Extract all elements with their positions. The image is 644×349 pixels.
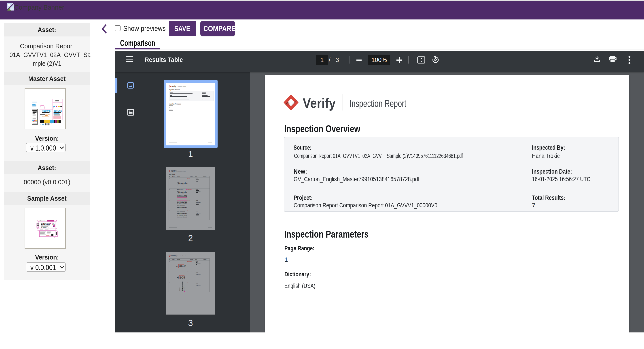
svg-text:Comment: Comment (204, 176, 206, 177)
svg-text:Result Type: Result Type (190, 259, 193, 260)
svg-text:Word:: Word: (196, 211, 198, 212)
svg-text:Inspection Report: Inspection Report (178, 86, 186, 87)
svg-text:Inspection Report: Inspection Report (177, 255, 186, 257)
svg-text:Word:: Word: (196, 283, 198, 284)
svg-text:Alphanumeric: Alphanumeric (188, 261, 192, 262)
svg-text:a,: a, (176, 265, 178, 268)
svg-text:2: 2 (173, 189, 173, 190)
svg-text:Quality Control Solution: Quality Control Solution (177, 194, 185, 194)
svg-text:Quality Control Solution: Quality Control Solution (41, 225, 50, 226)
svg-text:Biltomucin :: Biltomucin : (181, 281, 183, 291)
svg-text:5: 5 (169, 261, 170, 262)
svg-text:Suggestions:: Suggestions: (196, 191, 201, 192)
svg-text:Biltomucin :: Biltomucin : (177, 182, 188, 184)
svg-text:Proportional: Proportional (188, 189, 192, 190)
svg-text:Suggestions:: Suggestions: (196, 274, 201, 275)
svg-text:Suggestions:: Suggestions: (196, 181, 201, 181)
svg-text:Alphanumeric: Alphanumeric (188, 272, 192, 272)
svg-text:Verify: Verify (171, 170, 176, 172)
svg-text:########: ######## (179, 287, 180, 291)
svg-text:General: General (188, 210, 190, 211)
svg-text:Word:: Word: (196, 179, 198, 179)
svg-text:Inspection Parameters: Inspection Parameters (169, 103, 181, 105)
svg-text:1: 1 (185, 265, 186, 268)
svg-text:ID: ID (169, 176, 170, 177)
svg-text:Spell Check: Spell Check (168, 173, 175, 175)
svg-text:Word:: Word: (196, 261, 198, 262)
svg-text:GLOBALVISION: GLOBALVISION (177, 215, 187, 216)
svg-text:20 Tablets: 20 Tablets (177, 195, 183, 196)
svg-text:Biltomucin 6.3 mg: Biltomucin 6.3 mg (177, 189, 186, 190)
svg-text:Page #: Page # (172, 259, 175, 260)
svg-text:Thumbnail: Thumbnail (177, 176, 180, 177)
svg-text:4: 4 (173, 210, 173, 211)
svg-text:Details: Details (195, 176, 197, 177)
svg-text:ID: ID (169, 259, 170, 260)
svg-text:Suggestions:: Suggestions: (196, 285, 201, 286)
svg-text:H9H: H9H (179, 265, 185, 268)
svg-text:Word:: Word: (196, 189, 198, 190)
svg-text:1: 1 (173, 261, 173, 262)
svg-text:Verify: Verify (171, 255, 176, 257)
svg-text:H: H (177, 276, 179, 279)
svg-text:6: 6 (169, 272, 170, 272)
svg-text:Result Type: Result Type (190, 176, 193, 177)
svg-text:Suggestions:: Suggestions: (196, 213, 201, 214)
svg-text:Inspection Report: Inspection Report (177, 170, 186, 172)
svg-text:Suggestions:: Suggestions: (196, 202, 201, 203)
svg-text:4: 4 (169, 210, 170, 211)
svg-text:3: 3 (173, 200, 173, 201)
svg-text:1: 1 (173, 272, 173, 272)
svg-text:Quality Control Solution: Quality Control Solution (177, 185, 185, 185)
svg-text:General: General (188, 200, 190, 201)
svg-text:www.globalvisio: www.globalvisio (177, 205, 185, 206)
svg-text:7: 7 (169, 282, 170, 283)
svg-text:GlobalVision: GlobalVision (46, 235, 51, 236)
svg-text:Manufactured: Manufactured (177, 207, 187, 208)
svg-text:6.3: 6.3 (184, 195, 186, 196)
svg-text:Details: Details (195, 259, 197, 260)
svg-text:1: 1 (169, 178, 170, 179)
svg-text:1: 1 (173, 178, 173, 179)
svg-text:Comment: Comment (204, 259, 206, 260)
svg-text:6.3: 6.3 (46, 227, 47, 228)
svg-text:SECURE: SECURE (54, 110, 62, 112)
svg-text:1: 1 (173, 282, 173, 283)
svg-text:GLOBALVISION: GLOBALVISION (177, 203, 187, 204)
svg-text:Biltamucin: Biltamucin (40, 220, 45, 221)
svg-text:Word:: Word: (196, 272, 198, 273)
svg-text:2: 2 (169, 189, 170, 190)
svg-text:1C5: 1C5 (180, 276, 185, 279)
svg-text:Montreal, Canad: Montreal, Canad (177, 216, 187, 218)
svg-text:Inspection Overview: Inspection Overview (169, 89, 180, 91)
svg-text:Suggestions:: Suggestions: (196, 263, 201, 264)
svg-text:Verify: Verify (171, 86, 176, 88)
svg-text:SECURE: SECURE (42, 110, 50, 112)
svg-text:Thumbnail: Thumbnail (177, 259, 180, 260)
svg-text:Word:: Word: (196, 200, 198, 201)
svg-text:DISTRIBUTED: DISTRIBUTED (177, 201, 188, 203)
svg-text:General: General (188, 282, 190, 283)
svg-text:Biltomucin: Biltomucin (177, 191, 187, 193)
svg-text:General: General (188, 178, 190, 179)
svg-text:20 Tablets: 20 Tablets (41, 227, 46, 228)
svg-text:www.globalvisio: www.globalvisio (177, 211, 185, 212)
svg-text:Biltomucin: Biltomucin (41, 223, 50, 225)
svg-text:Page #: Page # (172, 176, 175, 177)
svg-text:Manufactured: Manufactured (177, 213, 187, 214)
svg-text:3: 3 (169, 200, 170, 201)
